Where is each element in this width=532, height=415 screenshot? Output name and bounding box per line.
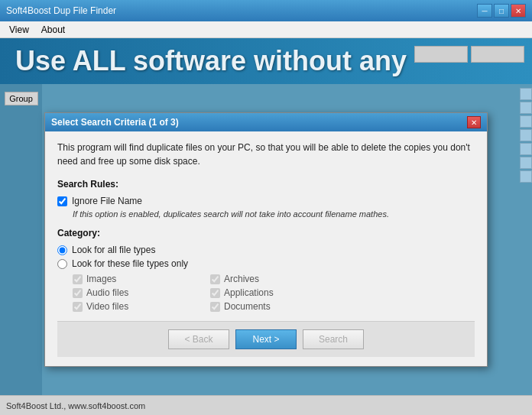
label-video: Video files	[86, 301, 128, 312]
file-type-images: Images	[73, 274, 195, 284]
next-button[interactable]: Next >	[235, 329, 297, 349]
label-audio: Audio files	[86, 287, 128, 298]
file-type-applications: Applications	[210, 287, 332, 298]
window-controls: ─ □ ✕	[477, 4, 526, 18]
banner-text: Use ALL software without any	[15, 45, 407, 77]
category-section: Category: Look for all file types Look f…	[57, 228, 475, 312]
label-documents: Documents	[224, 301, 271, 312]
status-text: Soft4Boost Ltd., www.soft4boost.com	[6, 401, 145, 410]
dialog-content: This program will find duplicate files o…	[45, 131, 487, 366]
search-button[interactable]: Search	[303, 329, 364, 349]
banner-buttons	[414, 46, 524, 63]
checkbox-archives	[210, 274, 220, 284]
checkbox-documents	[210, 302, 220, 312]
radio-all-types[interactable]	[57, 245, 67, 255]
label-applications: Applications	[224, 287, 274, 298]
ignore-filename-label[interactable]: Ignore File Name	[72, 196, 142, 206]
maximize-button[interactable]: □	[494, 4, 509, 18]
category-label: Category:	[57, 228, 475, 238]
banner: Use ALL software without any	[0, 38, 532, 84]
ignore-filename-row: Ignore File Name	[57, 196, 475, 206]
menu-bar: View About	[0, 21, 532, 38]
file-type-documents: Documents	[210, 301, 332, 312]
file-type-video: Video files	[73, 301, 195, 312]
ignore-filename-checkbox[interactable]	[57, 196, 67, 206]
banner-btn-1[interactable]	[414, 46, 468, 63]
file-type-audio: Audio files	[73, 287, 195, 298]
checkbox-audio	[73, 288, 83, 298]
back-button[interactable]: < Back	[168, 329, 229, 349]
checkbox-video	[73, 302, 83, 312]
radio-specific-types[interactable]	[57, 259, 67, 269]
radio-specific-row: Look for these file types only	[57, 258, 475, 269]
radio-all-row: Look for all file types	[57, 245, 475, 255]
dialog-close-button[interactable]: ✕	[467, 116, 481, 128]
window-title: Soft4Boost Dup File Finder	[6, 5, 477, 16]
intro-text: This program will find duplicate files o…	[57, 141, 475, 168]
search-rules-label: Search Rules:	[57, 179, 475, 190]
checkbox-applications	[210, 288, 220, 298]
dialog-overlay: Select Search Criteria (1 of 3) ✕ This p…	[0, 84, 532, 395]
file-type-archives: Archives	[210, 274, 332, 284]
file-type-grid: Images Archives Audio files Applica	[73, 274, 475, 312]
dialog: Select Search Criteria (1 of 3) ✕ This p…	[44, 112, 488, 367]
radio-specific-label[interactable]: Look for these file types only	[72, 258, 188, 269]
banner-btn-2[interactable]	[471, 46, 524, 63]
close-window-button[interactable]: ✕	[511, 4, 526, 18]
dialog-footer: < Back Next > Search	[57, 321, 475, 357]
menu-view[interactable]: View	[3, 23, 35, 37]
hint-text: If this option is enabled, duplicates se…	[73, 209, 475, 219]
title-bar: Soft4Boost Dup File Finder ─ □ ✕	[0, 0, 532, 21]
label-archives: Archives	[224, 274, 259, 284]
main-area: Group Select Search Criteria (1 of 3) ✕ …	[0, 84, 532, 395]
dialog-title: Select Search Criteria (1 of 3)	[51, 117, 467, 128]
checkbox-images	[73, 274, 83, 284]
status-bar: Soft4Boost Ltd., www.soft4boost.com	[0, 395, 532, 415]
label-images: Images	[86, 274, 116, 284]
minimize-button[interactable]: ─	[477, 4, 492, 18]
menu-about[interactable]: About	[35, 23, 71, 37]
radio-all-label[interactable]: Look for all file types	[72, 245, 155, 255]
dialog-title-bar: Select Search Criteria (1 of 3) ✕	[45, 113, 487, 131]
